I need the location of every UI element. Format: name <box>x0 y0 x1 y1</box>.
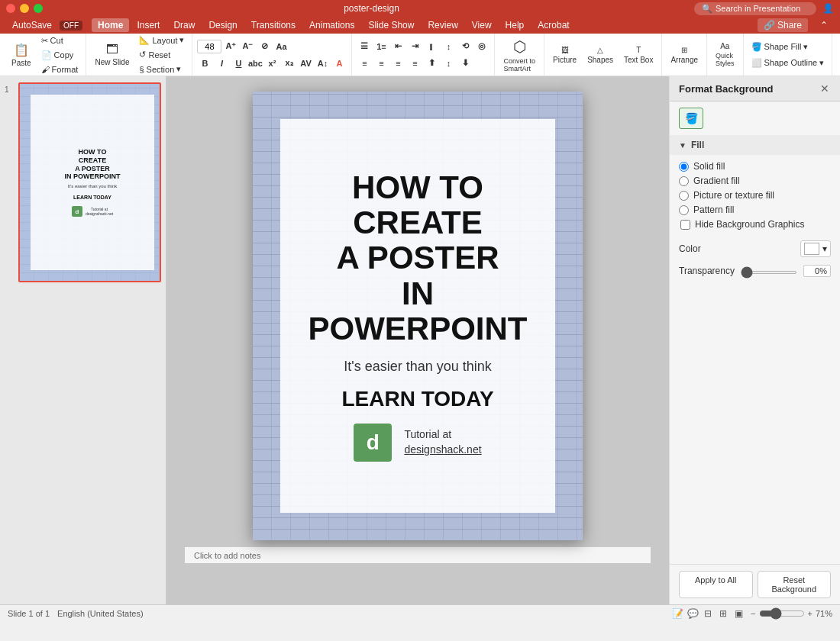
share-button[interactable]: 🔗 Share <box>758 18 808 32</box>
paste-button[interactable]: 📋 Paste <box>8 40 35 69</box>
font-size-box[interactable]: 48 <box>197 40 221 53</box>
indent-decrease[interactable]: ⇤ <box>390 40 405 53</box>
bullets[interactable]: ☰ <box>357 40 372 53</box>
fill-section-header[interactable]: ▼ Fill <box>670 135 840 155</box>
textbox-button[interactable]: T Text Box <box>620 43 657 66</box>
bold-button[interactable]: B <box>197 56 212 70</box>
menu-slideshow[interactable]: Slide Show <box>362 18 420 32</box>
align-left[interactable]: ≡ <box>357 56 372 70</box>
gradient-fill-radio[interactable] <box>679 176 689 186</box>
align-right[interactable]: ≡ <box>390 56 405 70</box>
autosave-toggle[interactable]: OFF <box>60 21 82 31</box>
picture-button[interactable]: 🖼 Picture <box>549 43 580 66</box>
slide-thumb[interactable]: HOW TOCREATEA POSTERIN POWERPOINT It's e… <box>18 82 161 282</box>
reset-background-button[interactable]: Reset Background <box>758 571 832 598</box>
section-button[interactable]: § Section ▾ <box>136 63 187 76</box>
notes-panel-button[interactable]: 📝 <box>671 607 683 620</box>
zoom-level[interactable]: 71% <box>816 609 832 618</box>
transparency-slider[interactable] <box>741 271 797 274</box>
arrange-button[interactable]: ⊞ Arrange <box>667 43 702 66</box>
strikethrough-button[interactable]: abc <box>247 56 263 70</box>
numbering[interactable]: 1≡ <box>373 40 389 53</box>
color-swatch-button[interactable]: ▾ <box>800 240 831 257</box>
reset-button[interactable]: ↺ Reset <box>136 48 187 61</box>
subscript-button[interactable]: x₂ <box>281 56 296 70</box>
menu-home[interactable]: Home <box>92 18 129 32</box>
fill-icon-btn[interactable]: 🪣 <box>679 108 703 129</box>
menu-acrobat[interactable]: Acrobat <box>531 18 575 32</box>
panel-close-button[interactable]: ✕ <box>819 82 831 95</box>
thumb-logo-box: d <box>72 206 82 217</box>
quick-styles-button[interactable]: Aa QuickStyles <box>712 40 738 69</box>
shape-fill-button[interactable]: 🪣 Shape Fill ▾ <box>748 40 828 53</box>
menu-review[interactable]: Review <box>422 18 464 32</box>
picture-texture-radio[interactable] <box>679 191 689 201</box>
view-mode-normal[interactable]: ⊟ <box>702 607 714 620</box>
menu-transitions[interactable]: Transitions <box>245 18 302 32</box>
apply-to-all-button[interactable]: Apply to All <box>679 571 753 598</box>
minimize-button[interactable] <box>20 4 29 13</box>
canvas-area[interactable]: HOW TO CREATE A POSTER IN POWERPOINT It'… <box>166 76 669 604</box>
convert-smartart[interactable]: ◎ <box>474 40 489 53</box>
pattern-fill-option[interactable]: Pattern fill <box>679 205 831 215</box>
menu-view[interactable]: View <box>466 18 498 32</box>
align-text-top[interactable]: ⬆ <box>424 56 439 70</box>
new-slide-button[interactable]: 🗔 New Slide <box>91 40 133 69</box>
picture-texture-fill-option[interactable]: Picture or texture fill <box>679 190 831 201</box>
superscript-button[interactable]: x² <box>264 56 279 70</box>
menu-animations[interactable]: Animations <box>303 18 360 32</box>
font-increase[interactable]: A⁺ <box>223 40 238 53</box>
notes-bar[interactable]: Click to add notes <box>185 546 651 563</box>
account-icon[interactable]: 👤 <box>822 3 834 14</box>
font-color[interactable]: A <box>331 56 347 70</box>
menu-draw[interactable]: Draw <box>167 18 201 32</box>
shape-outline-button[interactable]: ⬜ Shape Outline ▾ <box>748 56 828 69</box>
justify[interactable]: ≡ <box>407 56 422 70</box>
italic-button[interactable]: I <box>214 56 229 70</box>
cut-button[interactable]: ✂ Cut <box>38 34 82 47</box>
view-mode-reading[interactable]: ▣ <box>732 607 745 620</box>
menu-help[interactable]: Help <box>499 18 531 32</box>
comments-button[interactable]: 💬 <box>687 607 699 620</box>
hide-bg-checkbox[interactable] <box>680 220 690 230</box>
format-button[interactable]: 🖌 Format <box>38 63 82 76</box>
zoom-slider[interactable] <box>759 607 805 620</box>
convert-smartart-btn[interactable]: ⬡ Convert toSmartArt <box>499 35 539 75</box>
close-button[interactable] <box>6 4 15 13</box>
font-decrease[interactable]: A⁻ <box>240 40 255 53</box>
align-text-mid[interactable]: ↕ <box>441 56 456 70</box>
copy-button[interactable]: 📄 Copy <box>38 49 82 62</box>
zoom-in-icon[interactable]: + <box>808 609 813 618</box>
gradient-fill-option[interactable]: Gradient fill <box>679 176 831 186</box>
underline-button[interactable]: U <box>231 56 246 70</box>
slide-canvas[interactable]: HOW TO CREATE A POSTER IN POWERPOINT It'… <box>253 92 583 540</box>
shape-format-group: 🪣 Shape Fill ▾ ⬜ Shape Outline ▾ <box>744 34 833 76</box>
zoom-out-icon[interactable]: − <box>751 609 755 618</box>
letter-spacing[interactable]: AV <box>298 56 313 70</box>
text-direction[interactable]: A↕ <box>315 56 330 70</box>
maximize-button[interactable] <box>34 4 43 13</box>
line-spacing[interactable]: ↕ <box>441 40 456 53</box>
solid-fill-option[interactable]: Solid fill <box>679 161 831 172</box>
view-mode-slide[interactable]: ⊞ <box>717 607 729 620</box>
pattern-fill-radio[interactable] <box>679 205 689 215</box>
layout-button[interactable]: 📐 Layout ▾ <box>136 34 187 47</box>
align-text-bot[interactable]: ⬇ <box>457 56 473 70</box>
more-font[interactable]: Aa <box>273 40 289 53</box>
indent-increase[interactable]: ⇥ <box>407 40 422 53</box>
solid-fill-radio[interactable] <box>679 162 689 172</box>
shapes-button[interactable]: △ Shapes <box>583 43 617 66</box>
menu-insert[interactable]: Insert <box>131 18 166 32</box>
slide-thumbnail-1[interactable]: 1 HOW TOCREATEA POSTERIN POWERPOINT It's… <box>18 82 161 282</box>
canvas-website[interactable]: designshack.net <box>404 443 481 458</box>
menu-design[interactable]: Design <box>202 18 243 32</box>
ribbon-collapse[interactable]: ⌃ <box>814 18 834 32</box>
transparency-value[interactable]: 0% <box>803 265 831 277</box>
columns[interactable]: ⫿ <box>424 40 439 53</box>
align-center[interactable]: ≡ <box>373 56 389 70</box>
hide-bg-graphics-option[interactable]: Hide Background Graphics <box>679 219 831 230</box>
direction[interactable]: ⟲ <box>457 40 473 53</box>
search-bar[interactable]: 🔍 Search in Presentation <box>694 2 816 15</box>
canvas-content-box[interactable]: HOW TO CREATE A POSTER IN POWERPOINT It'… <box>280 119 555 513</box>
clear-format[interactable]: ⊘ <box>257 40 272 53</box>
